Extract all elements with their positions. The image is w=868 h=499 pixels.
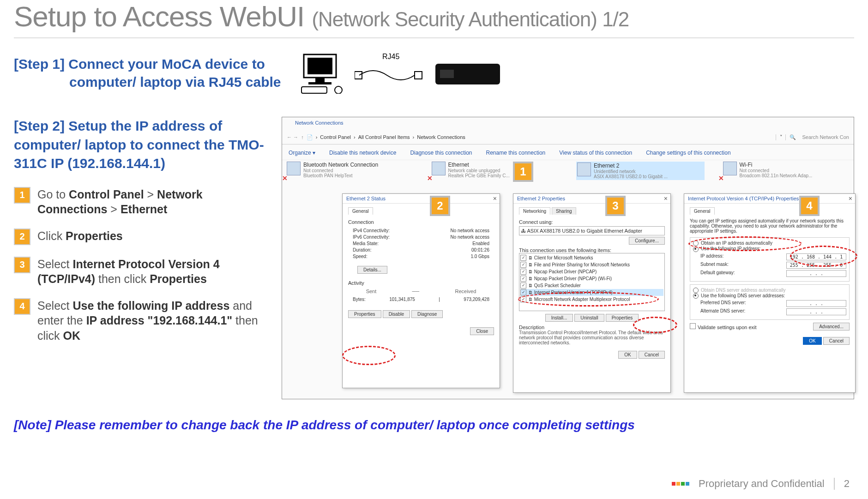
ok-button[interactable]: OK <box>618 351 637 359</box>
adapter-icon <box>287 162 301 175</box>
dns2-input[interactable]: . . . <box>786 308 846 315</box>
step2-heading: [Step 2] Setup the IP address of compute… <box>14 117 272 173</box>
adapter-icon <box>577 162 591 176</box>
diagnose-link[interactable]: Diagnose this connection <box>410 150 472 156</box>
svg-text:RJ45: RJ45 <box>382 53 399 60</box>
cancel-button-4[interactable]: Cancel <box>823 337 850 345</box>
step-text: Click Properties <box>37 228 123 244</box>
properties-button-2[interactable]: Properties <box>606 314 639 322</box>
close-icon[interactable]: × <box>493 195 497 202</box>
adapter-item[interactable]: ✕Wi-FiNot connectedBroadcom 802.11n Netw… <box>723 162 850 180</box>
uninstall-button[interactable]: Uninstall <box>574 314 604 322</box>
explorer-toolbar: Organize ▾ Disable this network device D… <box>282 146 854 160</box>
page-title: Setup to Access WebUI (Network Security … <box>14 0 854 33</box>
note-text: [Note] Please remember to change back th… <box>14 418 854 433</box>
svg-rect-2 <box>315 78 325 82</box>
callout-3: 3 <box>605 196 626 216</box>
callout-2: 2 <box>430 196 450 216</box>
svg-point-5 <box>335 86 342 94</box>
organize-menu[interactable]: Organize ▾ <box>289 150 315 156</box>
configure-button[interactable]: Configure... <box>629 237 665 245</box>
adapter-item[interactable]: ✕EthernetNetwork cable unpluggedRealtek … <box>432 162 558 180</box>
step-number: 1 <box>14 187 30 204</box>
protocol-item[interactable]: ✓🗎 QoS Packet Scheduler <box>520 282 663 289</box>
step-number: 4 <box>14 298 30 315</box>
close-icon[interactable]: × <box>664 195 668 202</box>
adapter-icon <box>432 162 446 175</box>
diagnose-button[interactable]: Diagnose <box>411 310 443 318</box>
step-text: Select Internet Protocol Version 4 (TCP/… <box>37 257 272 287</box>
step1-heading: [Step 1] Connect your MoCA device to com… <box>14 55 281 91</box>
protocol-item[interactable]: ✓🗎 Client for Microsoft Networks <box>520 254 663 261</box>
install-button[interactable]: Install... <box>545 314 573 322</box>
tab-general-4[interactable]: General <box>690 207 715 215</box>
divider <box>14 37 854 38</box>
ethernet-status-window: Ethernet 2 Status× General Connection IP… <box>342 193 500 388</box>
close-icon[interactable]: × <box>849 195 852 202</box>
ip-address-input[interactable]: 192 . 168 . 144 . 1 <box>786 253 846 260</box>
ipv4-properties-window: Internet Protocol Version 4 (TCP/IPv4) P… <box>684 193 856 393</box>
details-button[interactable]: Details... <box>357 266 387 274</box>
protocol-item[interactable]: ✓🗎 Npcap Packet Driver (NPCAP) <box>520 268 663 275</box>
adapter-icon <box>723 162 737 175</box>
footer: Proprietary and Confidential 2 <box>672 478 850 490</box>
rj45-cable-icon: RJ45 <box>355 52 428 94</box>
ethernet-properties-window: Ethernet 2 Properties× Networking Sharin… <box>513 193 671 393</box>
svg-rect-1 <box>307 58 332 74</box>
screenshot-area: Network Connections ← → ↑ 📄› Control Pan… <box>282 117 854 399</box>
tab-general[interactable]: General <box>348 207 373 215</box>
breadcrumb: ← → ↑ 📄› Control Panel› All Control Pane… <box>282 130 854 144</box>
dns1-input[interactable]: . . . <box>786 300 846 307</box>
disable-device-link[interactable]: Disable this network device <box>329 150 396 156</box>
computer-icon <box>299 52 350 94</box>
router-icon <box>433 57 502 89</box>
step-number: 2 <box>14 228 30 245</box>
gateway-input[interactable]: . . . <box>786 270 846 277</box>
close-button[interactable]: Close <box>470 327 494 335</box>
protocol-item[interactable]: ✓🗎 Internet Protocol Version 4 (TCP/IPv4… <box>520 289 663 296</box>
adapter-item[interactable]: ✕Bluetooth Network ConnectionNot connect… <box>287 162 413 180</box>
step-number: 3 <box>14 257 30 273</box>
protocol-item[interactable]: ✓🗎 File and Printer Sharing for Microsof… <box>520 261 663 268</box>
ok-button-4[interactable]: OK <box>803 337 821 345</box>
svg-rect-8 <box>415 72 422 79</box>
disable-button[interactable]: Disable <box>383 310 410 318</box>
change-settings-link[interactable]: Change settings of this connection <box>646 150 730 156</box>
step-text: Go to Control Panel > Network Connection… <box>37 187 272 217</box>
protocol-item[interactable]: ✓🗎 Microsoft Network Adapter Multiplexor… <box>520 296 663 303</box>
view-status-link[interactable]: View status of this connection <box>559 150 632 156</box>
protocol-item[interactable]: ✓🗎 Npcap Packet Driver (NPCAP) (Wi-Fi) <box>520 275 663 282</box>
tab-sharing[interactable]: Sharing <box>552 207 576 215</box>
tab-networking[interactable]: Networking <box>519 207 550 215</box>
validate-checkbox[interactable] <box>690 323 696 329</box>
logo-icon <box>672 482 689 486</box>
explorer-window-label: Network Connections <box>295 120 344 126</box>
advanced-button[interactable]: Advanced... <box>813 323 850 331</box>
callout-1: 1 <box>513 162 533 182</box>
callout-4: 4 <box>799 196 820 216</box>
step-text: Select Use the following IP address and … <box>37 298 272 343</box>
cancel-button[interactable]: Cancel <box>639 351 665 359</box>
subnet-mask-input[interactable]: 255 . 255 . 255 . 0 <box>786 262 846 269</box>
svg-rect-3 <box>308 82 332 84</box>
rename-link[interactable]: Rename this connection <box>486 150 546 156</box>
svg-rect-4 <box>301 87 327 93</box>
step1-illustration: RJ45 <box>299 52 502 94</box>
svg-rect-7 <box>355 72 362 79</box>
properties-button[interactable]: Properties <box>348 310 381 318</box>
adapter-item[interactable]: Ethernet 2Unidentified networkASIX AX881… <box>576 162 705 180</box>
search-input[interactable]: Search Network Con <box>802 134 850 140</box>
svg-rect-10 <box>440 70 454 78</box>
